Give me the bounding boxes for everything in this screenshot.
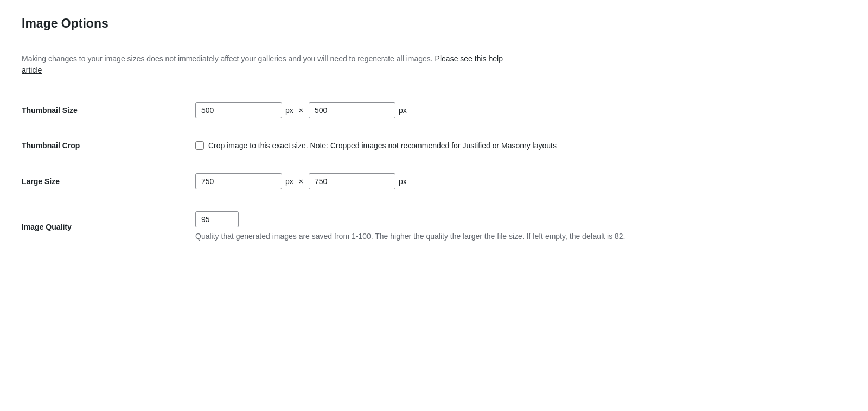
image-quality-input[interactable] (195, 211, 239, 227)
image-quality-description: Quality that generated images are saved … (195, 231, 684, 242)
thumbnail-separator: × (299, 106, 303, 115)
large-width-input[interactable] (195, 173, 282, 189)
thumbnail-height-input[interactable] (309, 102, 395, 118)
thumbnail-crop-row: Thumbnail Crop Crop image to this exact … (22, 129, 846, 162)
thumbnail-crop-checkbox-label[interactable]: Crop image to this exact size. Note: Cro… (195, 140, 684, 151)
large-size-inputs: px × px (195, 162, 846, 200)
large-size-label: Large Size (22, 162, 195, 200)
thumbnail-px-label-2: px (399, 106, 407, 115)
notice-text: Making changes to your image sizes does … (22, 53, 510, 76)
thumbnail-crop-label: Thumbnail Crop (22, 129, 195, 162)
thumbnail-size-label: Thumbnail Size (22, 91, 195, 129)
thumbnail-crop-checkbox[interactable] (195, 141, 204, 150)
large-separator: × (299, 177, 303, 186)
image-quality-row: Image Quality Quality that generated ima… (22, 200, 846, 253)
notice-body: Making changes to your image sizes does … (22, 54, 433, 63)
thumbnail-size-row: Thumbnail Size px × px (22, 91, 846, 129)
image-quality-label: Image Quality (22, 200, 195, 253)
thumbnail-size-inputs: px × px (195, 91, 846, 129)
large-height-input[interactable] (309, 173, 395, 189)
large-px-label-2: px (399, 177, 407, 186)
large-size-row: Large Size px × px (22, 162, 846, 200)
thumbnail-crop-description: Crop image to this exact size. Note: Cro… (208, 140, 557, 151)
page-title: Image Options (22, 16, 846, 31)
thumbnail-px-label-1: px (285, 106, 293, 115)
image-quality-cell: Quality that generated images are saved … (195, 200, 846, 253)
section-divider (22, 40, 846, 40)
large-px-label-1: px (285, 177, 293, 186)
thumbnail-crop-cell: Crop image to this exact size. Note: Cro… (195, 129, 846, 162)
thumbnail-width-input[interactable] (195, 102, 282, 118)
image-options-form: Thumbnail Size px × px Thumbnail Crop Cr… (22, 91, 846, 253)
